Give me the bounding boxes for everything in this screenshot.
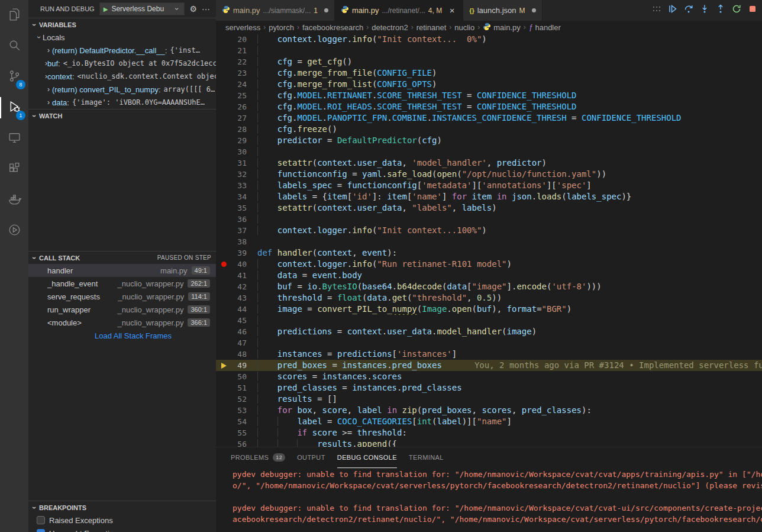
stack-frame-row[interactable]: run_wrapper_nuclio_wrapper.py360:1	[28, 303, 216, 316]
line-number[interactable]: 49	[231, 360, 247, 371]
code-line-25[interactable]: 25 cfg.MODEL.RETINANET.SCORE_THRESH_TEST…	[216, 90, 762, 101]
code-line-53[interactable]: 53 for box, score, label in zip(pred_box…	[216, 405, 762, 416]
gutter-glyph-margin[interactable]	[216, 262, 231, 267]
code-line-56[interactable]: 56 results.append({	[216, 439, 762, 447]
code-line-24[interactable]: 24 cfg.merge_from_list(CONFIG_OPTS)	[216, 79, 762, 90]
stack-frame-row[interactable]: handlermain.py49:1	[28, 264, 216, 277]
more-actions-icon[interactable]: ···	[202, 4, 210, 14]
stack-frame-row[interactable]: _handle_event_nuclio_wrapper.py262:1	[28, 277, 216, 290]
line-number[interactable]: 37	[231, 225, 247, 236]
line-number[interactable]: 41	[231, 270, 247, 281]
panel-tab-output[interactable]: OUTPUT	[297, 447, 325, 468]
activity-bar-item-remote-explorer[interactable]	[0, 123, 28, 154]
editor-tab-main.py[interactable]: main.py.../siammask/...1	[216, 0, 335, 21]
line-number[interactable]: 26	[231, 101, 247, 112]
line-number[interactable]: 55	[231, 427, 247, 439]
breadcrumb-item-retinanet[interactable]: retinanet	[416, 23, 447, 32]
line-number[interactable]: 53	[231, 405, 247, 416]
code-line-49[interactable]: 49 pred_boxes = instances.pred_boxesYou,…	[216, 360, 762, 371]
code-line-42[interactable]: 42 buf = io.BytesIO(base64.b64decode(dat…	[216, 281, 762, 292]
code-line-33[interactable]: 33 labels_spec = functionconfig['metadat…	[216, 180, 762, 191]
activity-bar-item-source-control[interactable]: 8	[0, 62, 28, 92]
line-number[interactable]: 47	[231, 337, 247, 349]
close-icon[interactable]: ×	[447, 5, 457, 15]
variable-row[interactable]: ›(return) convert_PIL_to_numpy:array([[[…	[28, 83, 216, 96]
modified-dot-icon[interactable]	[532, 8, 536, 12]
stack-frame-row[interactable]: serve_requests_nuclio_wrapper.py114:1	[28, 290, 216, 303]
line-number[interactable]: 25	[231, 90, 247, 101]
variable-row[interactable]: ›context:<nuclio_sdk.context.Context obj…	[28, 70, 216, 83]
line-number[interactable]: 29	[231, 135, 247, 146]
code-line-50[interactable]: 50 scores = instances.scores	[216, 371, 762, 382]
variables-scope-locals[interactable]: ›Locals	[28, 31, 216, 44]
step-over-button[interactable]	[684, 4, 693, 14]
code-line-46[interactable]: 46 predictions = context.user_data.model…	[216, 326, 762, 337]
code-line-21[interactable]: 21	[216, 45, 762, 56]
line-number[interactable]: 20	[231, 34, 247, 45]
activity-bar-item-run-and-debug[interactable]: 1	[0, 92, 28, 123]
line-number[interactable]: 23	[231, 67, 247, 79]
continue-button[interactable]	[668, 4, 677, 14]
breakpoint-row[interactable]: Raised Exceptions	[28, 514, 216, 527]
line-number[interactable]: 54	[231, 416, 247, 427]
load-all-stack-frames-link[interactable]: Load All Stack Frames	[28, 329, 216, 342]
code-line-45[interactable]: 45	[216, 315, 762, 326]
code-line-52[interactable]: 52 results = []	[216, 394, 762, 405]
line-number[interactable]: 38	[231, 236, 247, 247]
step-into-button[interactable]	[700, 4, 709, 14]
line-number[interactable]: 36	[231, 214, 247, 225]
code-line-44[interactable]: 44 image = convert_PIL_to_numpy(Image.op…	[216, 304, 762, 315]
code-editor[interactable]: 20 context.logger.info("Init context... …	[216, 34, 762, 447]
code-line-55[interactable]: 55 if score >= threshold:	[216, 427, 762, 439]
code-line-34[interactable]: 34 labels = {item['id']: item['name'] fo…	[216, 191, 762, 202]
checkbox[interactable]: ✓	[37, 529, 45, 532]
code-line-38[interactable]: 38	[216, 236, 762, 247]
code-line-41[interactable]: 41 data = event.body	[216, 270, 762, 281]
line-number[interactable]: 45	[231, 315, 247, 326]
line-number[interactable]: 24	[231, 79, 247, 90]
line-number[interactable]: 31	[231, 157, 247, 169]
modified-dot-icon[interactable]	[324, 8, 328, 12]
activity-bar-item-explorer[interactable]	[0, 0, 28, 31]
line-number[interactable]: 33	[231, 180, 247, 191]
panel-tab-terminal[interactable]: TERMINAL	[409, 447, 444, 468]
code-line-37[interactable]: 37 context.logger.info("Init context...1…	[216, 225, 762, 236]
code-line-39[interactable]: 39def handler(context, event):	[216, 247, 762, 259]
line-number[interactable]: 44	[231, 304, 247, 315]
call-stack-section-header[interactable]: › CALL STACK PAUSED ON STEP	[28, 251, 216, 264]
stack-frame-row[interactable]: <module>_nuclio_wrapper.py366:1	[28, 316, 216, 329]
breadcrumb-item-pytorch[interactable]: pytorch	[269, 23, 294, 32]
breakpoint-row[interactable]: ✓Uncaught Exceptions	[28, 527, 216, 532]
editor-tab-launch.json[interactable]: {}launch.jsonM	[463, 0, 542, 21]
code-line-35[interactable]: 35 setattr(context.user_data, "labels", …	[216, 202, 762, 214]
gutter-glyph-margin[interactable]	[216, 363, 231, 369]
watch-section-header[interactable]: › WATCH	[28, 109, 216, 122]
code-line-51[interactable]: 51 pred_classes = instances.pred_classes	[216, 382, 762, 394]
code-line-36[interactable]: 36	[216, 214, 762, 225]
line-number[interactable]: 50	[231, 371, 247, 382]
variables-section-header[interactable]: › VARIABLES	[28, 18, 216, 31]
breadcrumb-item-handler[interactable]: ƒhandler	[529, 23, 561, 32]
code-line-31[interactable]: 31 setattr(context.user_data, 'model_han…	[216, 157, 762, 169]
activity-bar-item-extensions[interactable]	[0, 154, 28, 185]
line-number[interactable]: 52	[231, 394, 247, 405]
line-number[interactable]: 46	[231, 326, 247, 337]
line-number[interactable]: 43	[231, 292, 247, 304]
breakpoints-section-header[interactable]: › BREAKPOINTS	[28, 501, 216, 514]
code-line-20[interactable]: 20 context.logger.info("Init context... …	[216, 34, 762, 45]
variable-row[interactable]: ›buf:<_io.BytesIO object at 0x7f5a2dc1ec…	[28, 57, 216, 70]
line-number[interactable]: 28	[231, 124, 247, 135]
line-number[interactable]: 30	[231, 146, 247, 157]
code-line-40[interactable]: 40 context.logger.info("Run retinanet-R1…	[216, 259, 762, 270]
code-line-32[interactable]: 32 functionconfig = yaml.safe_load(open(…	[216, 169, 762, 180]
stop-button[interactable]	[748, 4, 757, 14]
line-number[interactable]: 22	[231, 56, 247, 67]
start-debugging-icon[interactable]: ▶	[104, 6, 108, 12]
code-line-26[interactable]: 26 cfg.MODEL.ROI_HEADS.SCORE_THRESH_TEST…	[216, 101, 762, 112]
code-line-30[interactable]: 30	[216, 146, 762, 157]
code-line-23[interactable]: 23 cfg.merge_from_file(CONFIG_FILE)	[216, 67, 762, 79]
editor-tab-main.py[interactable]: main.py.../retinanet/...4, M×	[335, 0, 463, 21]
code-line-48[interactable]: 48 instances = predictions['instances']	[216, 349, 762, 360]
variable-row[interactable]: ›(return) DefaultPredictor.__call__:{'in…	[28, 44, 216, 57]
line-number[interactable]: 56	[231, 439, 247, 447]
